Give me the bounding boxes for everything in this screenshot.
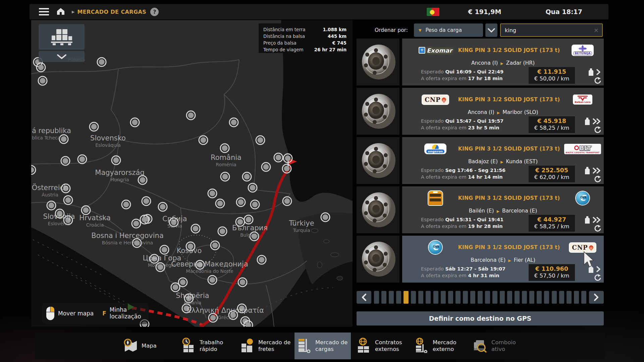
page-tick[interactable] bbox=[544, 291, 549, 304]
my-location-key: F bbox=[102, 310, 106, 317]
expiry-time: 14 hr 14 min bbox=[468, 174, 502, 180]
map-panel-collapse-button[interactable] bbox=[39, 51, 85, 62]
offer-expiry: A oferta expira em 19 hr 28 min bbox=[421, 223, 503, 230]
cargo-offer-row[interactable]: KING PIN 3 1/2 SOLID JOST (173 t)COVABai… bbox=[357, 186, 604, 233]
route-to: Kunda (EST) bbox=[506, 159, 538, 165]
page-tick[interactable] bbox=[448, 291, 453, 304]
expected-label: Esperado bbox=[421, 118, 444, 124]
nav-item-label: Comboio ativo bbox=[491, 339, 528, 353]
page-tick[interactable] bbox=[426, 291, 431, 304]
expected-label: Esperado bbox=[421, 217, 444, 222]
page-tick[interactable] bbox=[433, 291, 438, 304]
page-tick[interactable] bbox=[463, 291, 468, 304]
expiry-time: 17 hr 18 min bbox=[468, 76, 502, 81]
clear-search-icon[interactable]: ✕ bbox=[594, 27, 599, 34]
cargo-market-icon bbox=[297, 338, 312, 353]
nav-item-external-contracts[interactable]: Contratos externos bbox=[356, 333, 411, 359]
home-icon[interactable] bbox=[56, 7, 65, 16]
cargo-name: KING PIN 3 1/2 SOLID JOST (173 t) bbox=[455, 195, 563, 201]
page-tick[interactable] bbox=[470, 291, 475, 304]
recurring-offer-icon bbox=[594, 274, 601, 282]
route-from: Barcelona (E) bbox=[471, 257, 505, 263]
cargo-offer-row[interactable]: COVAKING PIN 3 1/2 SOLID JOST (173 t)CNP… bbox=[357, 236, 604, 283]
route-info-value: € 745 bbox=[332, 40, 346, 46]
offer-price-box: € 11.915€ 50,00 / km bbox=[529, 67, 575, 84]
sort-expand-button[interactable] bbox=[485, 23, 497, 37]
page-tick[interactable] bbox=[552, 291, 557, 304]
sort-dropdown[interactable]: ▼ Peso da carga bbox=[414, 23, 483, 37]
cargo-name: KING PIN 3 1/2 SOLID JOST (173 t) bbox=[455, 244, 563, 250]
route-to: Zadar (HR) bbox=[506, 60, 535, 66]
urgency-chevron-icon bbox=[592, 217, 601, 223]
page-tick[interactable] bbox=[500, 291, 505, 304]
page-tick[interactable] bbox=[374, 291, 379, 304]
nav-item-map[interactable]: Mapa bbox=[123, 333, 178, 359]
expected-time: Qui 15:31 - Qui 19:41 bbox=[445, 217, 503, 222]
nav-item-freight-market[interactable]: Mercado de fretes bbox=[239, 333, 294, 359]
sender-logo: CNP bbox=[416, 95, 455, 104]
page-tick[interactable] bbox=[441, 291, 446, 304]
nav-item-external-market[interactable]: Mercado externo bbox=[414, 333, 469, 359]
page-tick[interactable] bbox=[478, 291, 483, 304]
menu-icon[interactable] bbox=[39, 8, 49, 15]
page-tick[interactable] bbox=[522, 291, 527, 304]
offer-expiry: A oferta expira em 4 hr 31 min bbox=[421, 273, 505, 279]
offer-route: Ancona (I)▶Zadar (HR) bbox=[402, 60, 604, 66]
page-tick[interactable] bbox=[455, 291, 461, 304]
external-market-icon bbox=[414, 338, 429, 353]
route-from: Bailén (E) bbox=[469, 208, 494, 214]
expiry-time: 19 hr 28 min bbox=[468, 224, 502, 229]
freight-market-icon bbox=[239, 338, 255, 353]
offer-expiry: A oferta expira em 17 hr 18 min bbox=[421, 75, 503, 82]
page-tick[interactable] bbox=[559, 291, 564, 304]
next-page-button[interactable] bbox=[589, 291, 604, 304]
page-tick[interactable] bbox=[389, 291, 394, 304]
page-tick[interactable] bbox=[381, 291, 386, 304]
world-map[interactable]: á republikablica TchecaPoloniaSlovenskoE… bbox=[31, 20, 353, 327]
bottom-nav: MapaTrabalho rápidoMercado de fretesMerc… bbox=[35, 333, 605, 359]
nav-item-cargo-market[interactable]: Mercado de cargas bbox=[297, 333, 352, 359]
cargo-offer-row[interactable]: CNPKING PIN 3 1/2 SOLID JOST (173 t)Balk… bbox=[357, 88, 604, 135]
page-tick[interactable] bbox=[396, 291, 401, 304]
mouse-icon bbox=[46, 306, 55, 320]
offer-expected: Esperado Qui 16:09 - Qui 22:49 bbox=[421, 69, 503, 75]
page-tick[interactable] bbox=[574, 291, 579, 304]
page-tick[interactable] bbox=[515, 291, 520, 304]
route-info-value: 445 km bbox=[328, 33, 346, 40]
page-tick[interactable] bbox=[404, 291, 409, 304]
route-arrow-icon: ▶ bbox=[497, 111, 500, 115]
page-tick[interactable] bbox=[529, 291, 534, 304]
my-location-label: Minha localização bbox=[110, 307, 147, 320]
route-from: Ancona (I) bbox=[471, 60, 498, 66]
cargo-offer-row[interactable]: engeronKING PIN 3 1/2 SOLID JOST (173 t)… bbox=[357, 137, 604, 184]
page-tick[interactable] bbox=[581, 291, 586, 304]
set-gps-destination-button[interactable]: Definir como destino no GPS bbox=[357, 311, 604, 325]
balkan-loco-logo: Balkan Loco bbox=[573, 95, 592, 105]
search-input[interactable]: king ✕ bbox=[500, 23, 603, 37]
cargo-weight-icon bbox=[584, 167, 590, 175]
expected-time: Sáb 12:27 - Sáb 19:07 bbox=[445, 266, 505, 272]
page-tick[interactable] bbox=[537, 291, 542, 304]
nav-item-label: Mapa bbox=[142, 343, 178, 349]
page-tick[interactable] bbox=[411, 291, 416, 304]
cnp-logo: CNP bbox=[422, 95, 448, 104]
offer-expected: Esperado Sáb 12:27 - Sáb 19:07 bbox=[421, 266, 505, 273]
nav-item-quick-job[interactable]: Trabalho rápido bbox=[181, 333, 236, 359]
search-query: king bbox=[505, 27, 516, 34]
page-tick[interactable] bbox=[485, 291, 490, 304]
cargo-offer-row[interactable]: +ExomarKING PIN 3 1/2 SOLID JOST (173 t)… bbox=[357, 39, 604, 85]
recurring-offer-icon bbox=[594, 126, 601, 134]
urgency-chevron-icon bbox=[592, 118, 601, 125]
page-tick[interactable] bbox=[492, 291, 497, 304]
map-canvas bbox=[31, 20, 353, 327]
page-tick[interactable] bbox=[418, 291, 423, 304]
page-tick[interactable] bbox=[567, 291, 572, 304]
breadcrumb: MERCADO DE CARGAS bbox=[77, 9, 146, 15]
page-tick[interactable] bbox=[507, 291, 512, 304]
cargo-type-button[interactable] bbox=[39, 24, 85, 50]
prev-page-button[interactable] bbox=[357, 291, 371, 304]
route-info-label: Distância em terra bbox=[263, 26, 306, 33]
convoy-icon bbox=[473, 338, 488, 353]
offer-price-box: € 252.505€ 62,00 / km bbox=[529, 166, 575, 182]
help-icon[interactable]: ? bbox=[150, 8, 159, 16]
